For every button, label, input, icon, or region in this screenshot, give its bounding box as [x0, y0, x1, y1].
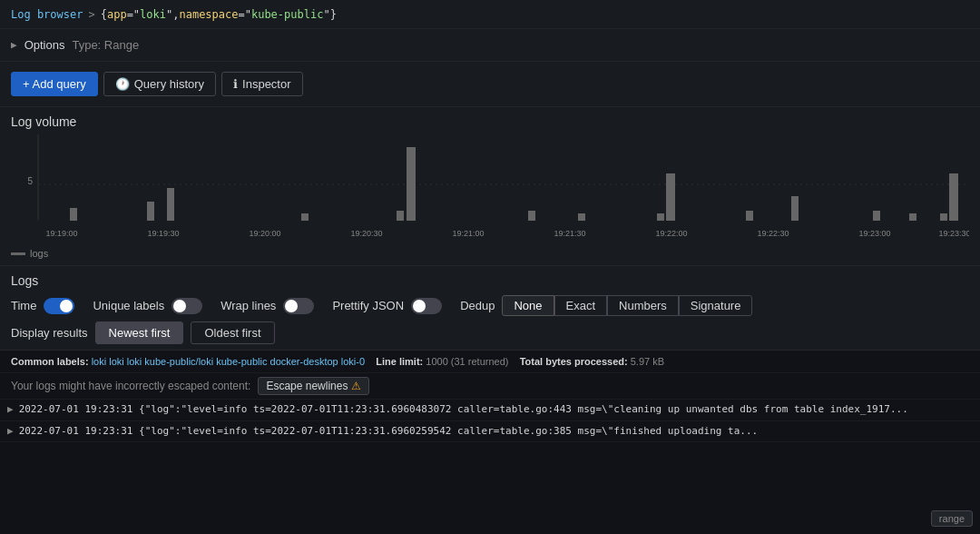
legend-label: logs [30, 248, 48, 259]
log-entries: ▶ 2022-07-01 19:23:31 {"log":"level=info… [0, 400, 980, 442]
options-expand-arrow[interactable]: ▶ [11, 39, 17, 51]
svg-rect-10 [578, 213, 585, 221]
wrap-lines-toggle-track [283, 298, 314, 314]
svg-rect-8 [407, 147, 416, 221]
dedup-label: Dedup [460, 299, 495, 312]
logs-header: Logs Time Unique labels Wrap lines [0, 266, 980, 351]
time-label: Time [11, 299, 36, 312]
svg-text:19:19:00: 19:19:00 [45, 229, 77, 238]
svg-rect-4 [147, 202, 154, 221]
warning-text: Your logs might have incorrectly escaped… [11, 380, 250, 392]
wrap-lines-toggle[interactable] [283, 298, 314, 314]
svg-rect-9 [528, 211, 535, 221]
wrap-lines-toggle-thumb [285, 300, 298, 312]
breadcrumb-bar: Log browser > {app="loki",namespace="kub… [0, 0, 980, 29]
newest-first-button[interactable]: Newest first [95, 321, 184, 344]
prettify-json-toggle-track [411, 298, 442, 314]
svg-rect-11 [657, 213, 664, 221]
query-history-button[interactable]: 🕐 Query history [103, 72, 216, 96]
log-entry[interactable]: ▶ 2022-07-01 19:23:31 {"log":"level=info… [0, 400, 980, 421]
log-volume-chart: 5 19:19:00 19:19:30 19:20: [11, 134, 969, 243]
log-volume-section: Log volume 5 [0, 107, 980, 266]
inspector-button[interactable]: ℹ Inspector [221, 72, 302, 96]
breadcrumb-separator: > [88, 8, 94, 21]
svg-text:19:21:00: 19:21:00 [452, 229, 484, 238]
log-expand-arrow-1[interactable]: ▶ [7, 403, 14, 415]
options-bar: ▶ Options Type: Range [0, 29, 980, 62]
unique-labels-toggle-thumb [173, 300, 186, 312]
line-limit-key: Line limit: [376, 356, 423, 367]
range-badge: range [931, 510, 973, 527]
log-volume-title: Log volume [11, 114, 969, 129]
escape-newlines-label: Escape newlines [266, 380, 348, 392]
history-icon: 🕐 [115, 77, 130, 91]
oldest-first-button[interactable]: Oldest first [191, 321, 274, 344]
dedup-group: Dedup None Exact Numbers Signature [460, 295, 752, 316]
svg-rect-16 [909, 213, 916, 221]
unique-labels-toggle[interactable] [172, 298, 202, 314]
dedup-signature-button[interactable]: Signature [679, 295, 753, 316]
prettify-json-label: Prettify JSON [332, 299, 404, 312]
svg-rect-14 [791, 196, 799, 221]
svg-rect-17 [940, 213, 947, 221]
dedup-exact-button[interactable]: Exact [554, 295, 608, 316]
inspector-label: Inspector [242, 77, 290, 91]
options-label: Options [24, 38, 65, 52]
svg-text:19:23:30: 19:23:30 [938, 229, 969, 238]
prettify-json-toggle[interactable] [411, 298, 442, 314]
escape-newlines-button[interactable]: Escape newlines ⚠ [258, 377, 369, 395]
warning-bar: Your logs might have incorrectly escaped… [0, 373, 980, 400]
svg-rect-7 [397, 211, 404, 221]
wrap-lines-control-group: Wrap lines [220, 298, 314, 314]
svg-text:19:20:30: 19:20:30 [350, 229, 382, 238]
chart-container: 5 19:19:00 19:19:30 19:20: [11, 134, 969, 262]
log-text-2: 2022-07-01 19:23:31 {"log":"level=info t… [19, 424, 759, 440]
display-results-row: Display results Newest first Oldest firs… [11, 321, 969, 344]
logs-controls: Time Unique labels Wrap lines [11, 295, 969, 316]
dedup-none-button[interactable]: None [502, 295, 554, 316]
options-type: Type: Range [72, 38, 139, 52]
total-bytes-value: 5.97 kB [631, 356, 664, 367]
svg-text:19:22:00: 19:22:00 [655, 229, 687, 238]
svg-rect-5 [167, 188, 174, 221]
dedup-numbers-button[interactable]: Numbers [607, 295, 679, 316]
line-limit-value: 1000 (31 returned) [426, 356, 508, 367]
svg-text:19:22:30: 19:22:30 [757, 229, 789, 238]
breadcrumb-query: {app="loki",namespace="kube-public"} [101, 8, 337, 21]
legend-color-bar [11, 252, 25, 255]
prettify-json-control-group: Prettify JSON [332, 298, 442, 314]
time-toggle[interactable] [44, 298, 74, 314]
log-entry[interactable]: ▶ 2022-07-01 19:23:31 {"log":"level=info… [0, 421, 980, 443]
log-text-1: 2022-07-01 19:23:31 {"log":"level=info t… [19, 402, 908, 418]
unique-labels-control-group: Unique labels [93, 298, 202, 314]
breadcrumb-link[interactable]: Log browser [11, 8, 83, 21]
svg-text:19:19:30: 19:19:30 [147, 229, 179, 238]
query-history-label: Query history [134, 77, 204, 91]
svg-rect-3 [70, 208, 77, 221]
display-results-label: Display results [11, 326, 88, 340]
svg-rect-13 [746, 211, 753, 221]
log-expand-arrow-2[interactable]: ▶ [7, 425, 14, 437]
svg-text:19:20:00: 19:20:00 [249, 229, 280, 238]
time-toggle-track [44, 298, 74, 314]
inspector-icon: ℹ [233, 77, 238, 91]
add-query-button[interactable]: + Add query [11, 72, 98, 96]
chart-legend: logs [11, 248, 969, 259]
svg-text:5: 5 [27, 176, 33, 186]
total-bytes-key: Total bytes processed: [520, 356, 628, 367]
common-labels-bar: Common labels: loki loki loki kube-publi… [0, 351, 980, 373]
prettify-json-toggle-thumb [413, 300, 426, 312]
logs-title: Logs [11, 273, 969, 288]
wrap-lines-label: Wrap lines [220, 299, 276, 312]
common-labels-values: loki loki loki kube-public/loki kube-pub… [92, 356, 365, 367]
svg-rect-6 [301, 213, 309, 221]
svg-text:19:21:30: 19:21:30 [554, 229, 585, 238]
svg-text:19:23:00: 19:23:00 [858, 229, 890, 238]
time-control-group: Time [11, 298, 74, 314]
unique-labels-toggle-track [172, 298, 202, 314]
svg-rect-15 [873, 211, 880, 221]
common-labels-key: Common labels: [11, 356, 89, 367]
warning-icon: ⚠ [351, 380, 361, 392]
toolbar: + Add query 🕐 Query history ℹ Inspector [0, 62, 980, 107]
time-toggle-thumb [60, 300, 73, 312]
